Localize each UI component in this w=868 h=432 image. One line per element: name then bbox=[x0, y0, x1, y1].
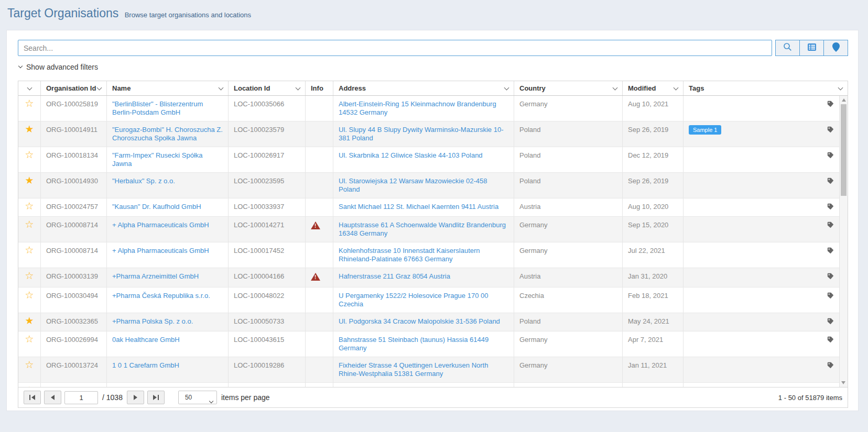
tag-icon[interactable] bbox=[827, 152, 834, 161]
column-menu-chevron-icon[interactable] bbox=[613, 85, 618, 91]
tag-icon[interactable] bbox=[827, 318, 834, 327]
warning-icon[interactable] bbox=[311, 221, 320, 229]
address-link[interactable]: Ul. Podgorska 34 Cracow Malopolskie 31-5… bbox=[339, 317, 500, 325]
organisation-name-link[interactable]: 1 0 1 Carefarm GmbH bbox=[112, 361, 179, 369]
organisation-name-link[interactable]: + Alpha Pharmaceuticals GmbH bbox=[112, 221, 209, 229]
organisation-name-link[interactable]: +Pharma Arzneimittel GmbH bbox=[112, 272, 199, 280]
tag-icon[interactable] bbox=[827, 221, 834, 230]
tag-icon[interactable] bbox=[827, 362, 834, 371]
organisation-name-link[interactable]: + Alpha Pharmaceuticals GmbH bbox=[112, 247, 209, 254]
star-filled-icon[interactable]: ★ bbox=[25, 316, 34, 326]
previous-page-button[interactable] bbox=[44, 391, 61, 404]
column-header-name[interactable]: Name bbox=[106, 81, 228, 95]
country-cell: Poland bbox=[514, 121, 622, 147]
tag-icon[interactable] bbox=[827, 336, 834, 345]
column-header-loc-id[interactable]: Location Id bbox=[228, 81, 305, 95]
warning-icon[interactable] bbox=[311, 273, 320, 281]
name-cell: "Herbalux" Sp. z o.o. bbox=[106, 173, 228, 198]
column-menu-chevron-icon[interactable] bbox=[674, 85, 679, 91]
first-page-button[interactable] bbox=[24, 391, 41, 404]
star-outline-icon[interactable]: ☆ bbox=[25, 290, 34, 300]
column-header-info[interactable]: Info bbox=[305, 81, 333, 95]
favorite-cell: ☆ bbox=[18, 287, 40, 313]
star-outline-icon[interactable]: ☆ bbox=[25, 219, 34, 229]
column-header-org-id[interactable]: Organisation Id bbox=[40, 81, 106, 95]
tag-icon[interactable] bbox=[827, 101, 834, 109]
column-header-tags[interactable]: Tags bbox=[683, 81, 848, 95]
tag-icon[interactable] bbox=[827, 203, 834, 212]
column-header-modified[interactable]: Modified bbox=[622, 81, 683, 95]
star-outline-icon[interactable]: ☆ bbox=[25, 334, 34, 344]
organisation-name-link[interactable]: "BerlinBlister" - Blisterzentrum Berlin-… bbox=[112, 100, 203, 116]
table-row: ★ORG-100032365+Pharma Polska Sp. z o.o.L… bbox=[18, 313, 839, 331]
tag-icon[interactable] bbox=[827, 273, 834, 282]
organisation-name-link[interactable]: "Herbalux" Sp. z o.o. bbox=[112, 177, 175, 185]
address-link[interactable]: Bahnstrasse 51 Steinbach (taunus) Hassia… bbox=[339, 336, 489, 352]
column-menu-chevron-icon[interactable] bbox=[504, 85, 509, 91]
name-cell: "BerlinBlister" - Blisterzentrum Berlin-… bbox=[106, 96, 228, 121]
organisation-name-link[interactable]: "Farm-Impex" Rusecki Spółka Jawna bbox=[112, 151, 203, 168]
scrollbar-thumb[interactable] bbox=[841, 104, 847, 196]
tag-icon[interactable] bbox=[827, 126, 834, 135]
address-link[interactable]: Sankt Michael 112 St. Michael Kaernten 9… bbox=[339, 203, 498, 211]
column-title: Organisation Id bbox=[46, 84, 96, 92]
column-menu-chevron-icon[interactable] bbox=[97, 85, 102, 91]
address-link[interactable]: Ul. Starowiejska 12 Warsaw Mazowieckie 0… bbox=[339, 177, 487, 193]
organisation-name-link[interactable]: +Pharma Polska Sp. z o.o. bbox=[112, 317, 193, 325]
advanced-filters-toggle[interactable]: Show advanced filters bbox=[18, 63, 133, 71]
country-cell: Poland bbox=[514, 147, 622, 172]
search-input[interactable] bbox=[18, 40, 772, 56]
column-menu-chevron-icon[interactable] bbox=[219, 85, 224, 91]
page-number-input[interactable] bbox=[64, 391, 98, 404]
address-cell: Albert-Einstein-Ring 15 Kleinmachnow Bra… bbox=[333, 96, 514, 121]
address-link[interactable]: Ul. Slupy 44 B Slupy Dywity Warminsko-Ma… bbox=[339, 126, 504, 142]
address-link[interactable]: Hafnerstrasse 211 Graz 8054 Austria bbox=[339, 272, 450, 280]
column-header-address[interactable]: Address bbox=[333, 81, 514, 95]
country-cell: Germany bbox=[514, 217, 622, 242]
address-link[interactable]: U Pergamenky 1522/2 Holesovice Prague 17… bbox=[339, 292, 488, 308]
column-menu-chevron-icon[interactable] bbox=[27, 85, 32, 91]
column-header-favorite[interactable] bbox=[18, 81, 40, 95]
last-page-button[interactable] bbox=[147, 391, 165, 404]
star-outline-icon[interactable]: ☆ bbox=[25, 150, 34, 160]
page-size-select[interactable]: 50 bbox=[178, 391, 217, 404]
star-outline-icon[interactable]: ☆ bbox=[25, 271, 34, 281]
column-header-country[interactable]: Country bbox=[514, 81, 622, 95]
tag-badge[interactable]: Sample 1 bbox=[689, 125, 721, 135]
location-id: LOC-100026917 bbox=[228, 147, 305, 172]
scroll-down-arrow-icon[interactable] bbox=[841, 381, 845, 384]
address-link[interactable]: Fixheider Strasse 4 Quettingen Leverkuse… bbox=[339, 361, 488, 378]
organisation-name-link[interactable]: "Eurogaz-Bombi" H. Choroszucha Z. Choros… bbox=[112, 126, 223, 142]
address-link[interactable]: Albert-Einstein-Ring 15 Kleinmachnow Bra… bbox=[339, 100, 496, 116]
scroll-up-arrow-icon[interactable] bbox=[842, 98, 846, 102]
organisation-name-link[interactable]: "Kausan" Dr. Kaufhold GmbH bbox=[112, 203, 201, 211]
vertical-scrollbar[interactable] bbox=[839, 96, 848, 387]
location-id: LOC-100014271 bbox=[228, 217, 305, 242]
star-filled-icon[interactable]: ★ bbox=[25, 124, 34, 134]
star-outline-icon[interactable]: ☆ bbox=[25, 385, 34, 387]
table-view-button[interactable] bbox=[799, 40, 824, 56]
address-link[interactable]: Hauptstrasse 61 A Schoenwalde Wandlitz B… bbox=[339, 221, 506, 237]
star-outline-icon[interactable]: ☆ bbox=[25, 360, 34, 370]
column-menu-chevron-icon[interactable] bbox=[838, 85, 843, 91]
modified-cell: Apr 7, 2021 bbox=[622, 331, 683, 357]
column-menu-chevron-icon[interactable] bbox=[296, 85, 301, 91]
modified-cell: Jul 22, 2021 bbox=[622, 242, 683, 268]
tags-cell bbox=[683, 331, 839, 357]
organisation-name-link[interactable]: 0ak Healthcare GmbH bbox=[112, 336, 180, 344]
tag-icon[interactable] bbox=[827, 178, 834, 186]
address-cell: Ul. Slupy 44 B Slupy Dywity Warminsko-Ma… bbox=[333, 121, 514, 147]
organisation-name-link[interactable]: +Pharma Česká Republika s.r.o. bbox=[112, 292, 210, 300]
star-outline-icon[interactable]: ☆ bbox=[25, 201, 34, 211]
tag-icon[interactable] bbox=[827, 247, 834, 256]
next-page-button[interactable] bbox=[127, 391, 144, 404]
address-link[interactable]: Ul. Skarbnika 12 Gliwice Slaskie 44-103 … bbox=[339, 151, 483, 159]
address-link[interactable]: Kohlenhofstrasse 10 Innenstadt Kaisersla… bbox=[339, 247, 480, 263]
star-filled-icon[interactable]: ★ bbox=[25, 175, 34, 185]
star-outline-icon[interactable]: ☆ bbox=[25, 98, 34, 108]
map-view-button[interactable] bbox=[823, 40, 848, 56]
organisation-id: ORG-100032365 bbox=[40, 313, 106, 331]
tag-icon[interactable] bbox=[827, 292, 834, 301]
star-outline-icon[interactable]: ☆ bbox=[25, 245, 34, 255]
search-button[interactable] bbox=[775, 40, 800, 56]
